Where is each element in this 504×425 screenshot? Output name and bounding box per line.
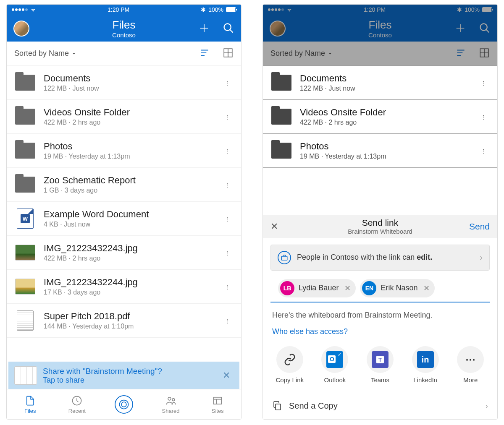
more-button[interactable]: ⋮	[221, 212, 234, 225]
toast-close-button[interactable]: ✕	[219, 367, 234, 384]
search-button[interactable]	[223, 22, 234, 35]
bluetooth-icon: ✱	[457, 6, 462, 13]
send-copy-button[interactable]: Send a Copy ›	[263, 392, 497, 419]
more-button[interactable]: ⋮	[221, 280, 234, 293]
list-view-button[interactable]	[199, 47, 210, 60]
linkedin-icon: in	[417, 351, 434, 368]
chevron-down-icon	[328, 51, 333, 56]
header: Files Contoso	[7, 15, 241, 42]
list-item[interactable]: Documents122 MB · Just now⋮	[263, 66, 497, 100]
sheet-header: ✕ Send linkBrainstorm Whiteboard Send	[263, 215, 497, 238]
sheet-title: Send link	[348, 218, 412, 228]
list-item[interactable]: IMG_21223432244.jpg17 KB · 3 days ago⋮	[7, 270, 241, 304]
battery-icon	[482, 7, 492, 12]
remove-chip-button[interactable]: ✕	[344, 284, 351, 293]
linkedin-button[interactable]: inLinkedIn	[407, 346, 444, 383]
folder-icon	[271, 143, 291, 159]
add-button[interactable]	[198, 22, 210, 35]
page-title: Files	[112, 18, 136, 31]
more-button[interactable]: ⋮	[221, 178, 234, 191]
chevron-right-icon: ›	[480, 253, 483, 262]
grid-view-button[interactable]	[479, 47, 490, 60]
add-button[interactable]	[454, 22, 466, 35]
battery-icon	[226, 7, 236, 12]
sheet-subtitle: Brainstorm Whiteboard	[348, 228, 412, 235]
more-apps-button[interactable]: ⋯More	[452, 346, 489, 383]
teams-icon: T	[372, 351, 388, 368]
tab-shared[interactable]: Shared	[147, 389, 194, 419]
folder-icon	[15, 75, 35, 91]
svg-point-6	[172, 398, 174, 401]
phone-right: 1:20 PM ✱100% FilesContoso Sorted by Nam…	[262, 4, 498, 420]
folder-icon	[15, 109, 35, 125]
list-item[interactable]: Photos19 MB · Yesterday at 1:13pm⋮	[7, 134, 241, 168]
pdf-icon	[17, 310, 34, 331]
more-button[interactable]: ⋮	[221, 314, 234, 327]
tab-sites[interactable]: Sites	[194, 389, 241, 419]
share-toast[interactable]: Share with "Brainstorm Meeting"?Tap to s…	[8, 362, 239, 389]
list-item[interactable]: Zoo Schematic Report1 GB · 3 days ago⋮	[7, 168, 241, 202]
page-subtitle: Contoso	[112, 31, 136, 39]
folder-icon	[15, 177, 35, 193]
wifi-icon	[286, 7, 292, 13]
toast-subtitle: Tap to share	[43, 376, 219, 385]
send-button[interactable]: Send	[469, 222, 490, 232]
person-chip: LBLydia Bauer✕	[278, 279, 356, 297]
copy-link-button[interactable]: Copy Link	[271, 346, 309, 383]
list-item[interactable]: Super Pitch 2018.pdf144 MB · Yesterday a…	[7, 304, 241, 338]
list-view-button[interactable]	[455, 47, 466, 60]
file-list: Documents122 MB · Just now⋮ Videos Onsit…	[7, 66, 241, 389]
sort-button[interactable]: Sorted by Name	[270, 49, 333, 58]
status-bar: 1:20 PM ✱ 100%	[7, 5, 241, 15]
avatar[interactable]	[270, 21, 286, 37]
more-button[interactable]: ⋮	[221, 110, 234, 123]
search-button[interactable]	[479, 22, 491, 35]
list-item[interactable]: Videos Onsite Folder422 MB · 2 hrs ago⋮	[263, 100, 497, 134]
signal-icon	[12, 8, 28, 11]
tab-files[interactable]: Files	[7, 389, 54, 419]
tab-recent[interactable]: Recent	[54, 389, 101, 419]
permission-text: People in Contoso with the link can edit…	[297, 253, 474, 262]
sort-bar: Sorted by Name	[7, 42, 241, 66]
more-button[interactable]: ⋮	[221, 76, 234, 89]
status-time: 1:20 PM	[108, 6, 129, 13]
who-has-access-link[interactable]: Who else has access?	[263, 323, 357, 344]
grid-view-button[interactable]	[223, 47, 234, 60]
list-item[interactable]: IMG_21223432243.jpg422 MB · 2 hrs ago⋮	[7, 236, 241, 270]
list-item[interactable]: WExample Word Document4 KB · Just now⋮	[7, 202, 241, 236]
battery-pct: 100%	[465, 6, 480, 13]
list-item[interactable]: Documents122 MB · Just now⋮	[7, 66, 241, 100]
send-link-sheet: ✕ Send linkBrainstorm Whiteboard Send Pe…	[263, 215, 497, 419]
outlook-button[interactable]: OOutlook	[316, 346, 354, 383]
more-button[interactable]: ⋮	[221, 144, 234, 157]
sort-button[interactable]: Sorted by Name	[14, 49, 76, 58]
more-button[interactable]: ⋮	[478, 144, 490, 157]
permission-row[interactable]: People in Contoso with the link can edit…	[270, 245, 490, 271]
list-item[interactable]: Videos Onsite Folder422 MB · 2 hrs ago⋮	[7, 100, 241, 134]
briefcase-icon	[278, 251, 291, 264]
svg-rect-7	[214, 397, 222, 404]
list-item[interactable]: Photos19 MB · Yesterday at 1:13pm⋮	[263, 134, 497, 168]
message-field[interactable]: Here's the whiteboard from Brainstorm Me…	[263, 302, 497, 323]
more-button[interactable]: ⋮	[478, 76, 490, 89]
people-field[interactable]: LBLydia Bauer✕ ENErik Nason✕	[270, 277, 490, 302]
image-thumbnail	[15, 279, 35, 295]
svg-point-5	[168, 397, 171, 400]
svg-rect-11	[276, 404, 281, 410]
chevron-down-icon	[71, 51, 76, 56]
svg-rect-10	[281, 256, 287, 260]
folder-icon	[271, 109, 291, 125]
svg-point-0	[224, 23, 231, 30]
person-chip: ENErik Nason✕	[360, 279, 435, 297]
toast-title: Share with "Brainstorm Meeting"?	[43, 367, 219, 376]
tab-scan[interactable]	[100, 389, 147, 419]
more-icon: ⋯	[457, 346, 484, 373]
avatar[interactable]	[13, 21, 29, 37]
remove-chip-button[interactable]: ✕	[423, 284, 430, 293]
sort-bar: Sorted by Name	[263, 42, 497, 66]
teams-button[interactable]: TTeams	[361, 346, 399, 383]
avatar-initials: EN	[362, 281, 376, 295]
more-button[interactable]: ⋮	[478, 110, 490, 123]
close-button[interactable]: ✕	[270, 221, 278, 232]
more-button[interactable]: ⋮	[221, 246, 234, 259]
